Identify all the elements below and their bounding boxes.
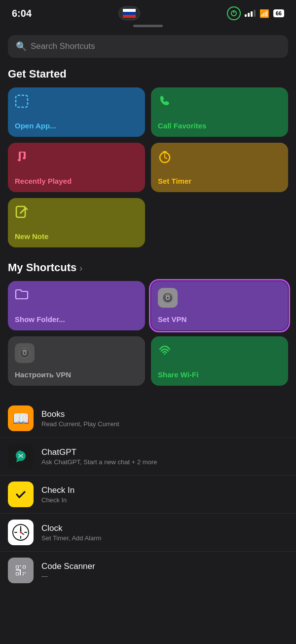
- tile-nastroit-vpn[interactable]: Настроить VPN: [8, 336, 145, 386]
- codescanner-name: Code Scanner: [41, 562, 95, 571]
- new-note-icon: [15, 205, 138, 222]
- open-app-icon: [15, 94, 138, 112]
- svg-rect-31: [23, 566, 25, 568]
- nastroit-vpn-label: Настроить VPN: [15, 370, 138, 379]
- chatgpt-subtitle: Ask ChatGPT, Start a new chat + 2 more: [41, 458, 157, 466]
- bottom-gradient: [0, 624, 296, 644]
- my-shortcuts-title-row: My Shortcuts ›: [0, 261, 296, 281]
- clock-name: Clock: [41, 523, 101, 533]
- app-list-item-codescanner[interactable]: Code Scanner —: [0, 552, 296, 589]
- svg-rect-18: [13, 487, 28, 502]
- set-vpn-icon: [158, 288, 178, 308]
- show-folder-icon: [15, 288, 138, 303]
- checkin-name: Check In: [41, 485, 74, 495]
- wifi-icon: 📶: [259, 9, 269, 18]
- svg-point-6: [18, 159, 21, 161]
- signal-bars-icon: [245, 10, 256, 17]
- svg-rect-32: [16, 573, 18, 575]
- tile-call-favorites[interactable]: Call Favorites: [151, 87, 288, 137]
- svg-rect-38: [16, 569, 20, 570]
- svg-point-25: [20, 531, 22, 533]
- app-list-item-clock[interactable]: Clock Set Timer, Add Alarm: [0, 514, 296, 552]
- status-right: 📶 66: [227, 6, 284, 20]
- clock-app-icon: [8, 520, 34, 545]
- my-shortcuts-grid: Show Folder... Set VPN Настроить VPN: [0, 281, 296, 386]
- tile-set-vpn[interactable]: Set VPN: [151, 281, 288, 330]
- get-started-grid: Open App... Call Favorites Recently Play…: [0, 87, 296, 247]
- svg-rect-2: [123, 15, 136, 18]
- show-folder-label: Show Folder...: [15, 315, 138, 323]
- tile-recently-played[interactable]: Recently Played: [8, 143, 145, 192]
- flag-svg: [123, 9, 136, 18]
- app-list-item-checkin[interactable]: Check In Check In: [0, 476, 296, 514]
- clock-info: Clock Set Timer, Add Alarm: [41, 523, 101, 542]
- power-button-icon: [227, 6, 241, 20]
- codescanner-subtitle: —: [41, 572, 95, 580]
- get-started-title: Get Started: [0, 68, 296, 87]
- svg-point-12: [167, 297, 169, 299]
- app-list-item-chatgpt[interactable]: ChatGPT Ask ChatGPT, Start a new chat + …: [0, 438, 296, 476]
- codescanner-info: Code Scanner —: [41, 562, 95, 580]
- checkin-app-icon: [8, 482, 34, 507]
- call-favorites-label: Call Favorites: [158, 121, 281, 130]
- open-app-label: Open App...: [15, 121, 138, 130]
- my-shortcuts-chevron-icon: ›: [79, 263, 82, 274]
- app-list-item-books[interactable]: 📖 Books Read Current, Play Current: [0, 400, 296, 438]
- svg-rect-36: [20, 565, 21, 566]
- svg-rect-37: [20, 569, 21, 575]
- svg-rect-5: [16, 95, 28, 107]
- clock-subtitle: Set Timer, Add Alarm: [41, 534, 101, 542]
- set-timer-icon: [158, 150, 281, 167]
- set-timer-label: Set Timer: [158, 177, 281, 185]
- chatgpt-info: ChatGPT Ask ChatGPT, Start a new chat + …: [41, 447, 157, 466]
- search-bar[interactable]: 🔍 Search Shortcuts: [8, 35, 288, 58]
- svg-rect-34: [25, 572, 26, 573]
- checkin-info: Check In Check In: [41, 485, 74, 504]
- books-info: Books Read Current, Play Current: [41, 409, 119, 428]
- call-favorites-icon: [158, 94, 281, 112]
- svg-rect-33: [23, 572, 24, 573]
- svg-rect-0: [123, 9, 136, 12]
- search-placeholder: Search Shortcuts: [31, 41, 95, 51]
- status-bar: 6:04 📶 66: [0, 0, 296, 25]
- chatgpt-name: ChatGPT: [41, 447, 157, 457]
- nastroit-vpn-icon: [15, 343, 35, 363]
- drag-handle: [133, 25, 163, 27]
- set-vpn-label: Set VPN: [158, 315, 281, 323]
- tile-set-timer[interactable]: Set Timer: [151, 143, 288, 192]
- codescanner-app-icon: [8, 558, 34, 583]
- status-center: [118, 6, 140, 20]
- svg-point-16: [164, 354, 166, 355]
- tile-show-folder[interactable]: Show Folder...: [8, 281, 145, 330]
- share-wifi-icon: [158, 343, 281, 361]
- svg-rect-30: [16, 566, 18, 568]
- recently-played-label: Recently Played: [15, 177, 138, 185]
- tile-share-wifi[interactable]: Share Wi-Fi: [151, 336, 288, 386]
- share-wifi-label: Share Wi-Fi: [158, 370, 281, 379]
- books-name: Books: [41, 409, 119, 419]
- app-list: 📖 Books Read Current, Play Current ChatG…: [0, 400, 296, 589]
- svg-rect-35: [23, 574, 24, 575]
- russia-flag: [118, 6, 140, 20]
- svg-point-15: [24, 352, 26, 354]
- battery-indicator: 66: [273, 9, 284, 17]
- books-app-icon: 📖: [8, 405, 34, 431]
- recently-played-icon: [15, 150, 138, 167]
- tile-new-note[interactable]: New Note: [8, 198, 145, 247]
- my-shortcuts-title: My Shortcuts: [8, 261, 76, 274]
- checkin-subtitle: Check In: [41, 496, 74, 504]
- books-subtitle: Read Current, Play Current: [41, 420, 119, 428]
- svg-rect-1: [123, 12, 136, 15]
- svg-point-7: [23, 157, 26, 160]
- status-time: 6:04: [12, 8, 32, 19]
- search-icon: 🔍: [16, 41, 27, 52]
- tile-open-app[interactable]: Open App...: [8, 87, 145, 137]
- new-note-label: New Note: [15, 232, 138, 241]
- chatgpt-app-icon: [8, 443, 34, 469]
